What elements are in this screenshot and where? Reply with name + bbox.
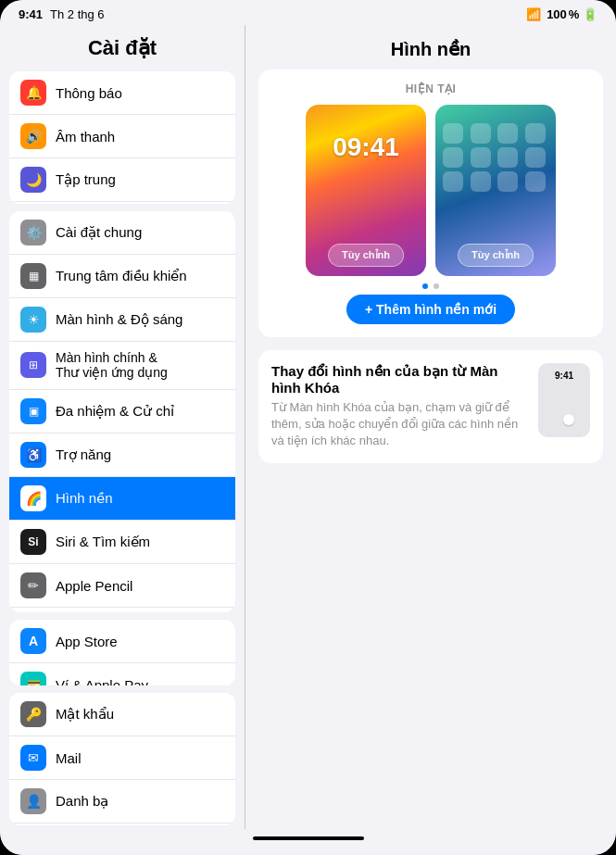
sidebar-group-4: 🔑 Mật khẩu ✉ Mail 👤 Danh bạ xyxy=(9,693,235,825)
sidebar-item-tap-trung[interactable]: 🌙 Tập trung xyxy=(9,158,235,202)
status-day: Th 2 thg 6 xyxy=(50,7,105,21)
dot-1 xyxy=(422,283,428,289)
siri-label: Siri & Tìm kiếm xyxy=(56,534,150,550)
tro-nang-icon: ♿ xyxy=(20,442,46,468)
sidebar: Cài đặt 🔔 Thông báo 🔊 Âm thanh xyxy=(0,25,245,829)
main-panel-title: Hình nền xyxy=(245,25,616,69)
da-nhiem-icon: ▣ xyxy=(20,398,46,424)
thong-bao-label: Thông báo xyxy=(56,85,122,101)
main-panel: Hình nền HIỆN TẠI 09:41 Tùy chỉnh xyxy=(245,25,616,829)
device-frame: 9:41 Th 2 thg 6 📶 100% 🔋 Cài đặt 🔔 xyxy=(0,0,616,855)
info-thumbnail: 9:41 xyxy=(538,363,590,437)
sidebar-item-apple-pencil[interactable]: ✏ Apple Pencil xyxy=(9,564,235,608)
info-desc: Từ Màn hình Khóa của bạn, chạm và giữ để… xyxy=(271,399,527,450)
sidebar-item-touch-id[interactable]: 👆 Touch ID & Mật mã xyxy=(9,608,235,612)
info-section: Thay đổi hình nền của bạn từ Màn hình Kh… xyxy=(258,350,603,463)
mat-khau-label: Mật khẩu xyxy=(56,706,114,723)
thong-bao-icon: 🔔 xyxy=(20,80,46,106)
man-hinh-chinh-icon: ⊞ xyxy=(20,352,46,378)
home-icon-4 xyxy=(525,123,546,144)
thumb-time: 9:41 xyxy=(538,363,590,381)
am-thanh-label: Âm thanh xyxy=(56,129,115,145)
status-time: 9:41 xyxy=(19,7,43,21)
homescreen-bg: Tùy chỉnh xyxy=(435,105,556,276)
sidebar-item-am-thanh[interactable]: 🔊 Âm thanh xyxy=(9,115,235,158)
sidebar-group-2: ⚙️ Cài đặt chung ▦ Trung tâm điều khiển … xyxy=(9,211,235,613)
sidebar-item-da-nhiem[interactable]: ▣ Đa nhiệm & Cử chỉ xyxy=(9,390,235,434)
danh-ba-label: Danh bạ xyxy=(56,793,108,810)
sidebar-group-1: 🔔 Thông báo 🔊 Âm thanh 🌙 Tập trung xyxy=(9,71,235,204)
sidebar-item-thong-bao[interactable]: 🔔 Thông báo xyxy=(9,71,235,115)
apple-pencil-icon: ✏ xyxy=(20,572,46,598)
danh-ba-icon: 👤 xyxy=(20,788,46,814)
trung-tam-label: Trung tâm điều khiển xyxy=(56,268,187,284)
home-icon-8 xyxy=(525,147,546,168)
sidebar-item-app-store[interactable]: A App Store xyxy=(9,620,235,663)
sidebar-item-man-hinh-chinh[interactable]: ⊞ Màn hình chính &Thư viện ứng dụng xyxy=(9,342,235,391)
sidebar-title: Cài đặt xyxy=(0,25,245,68)
siri-icon: Si xyxy=(20,529,46,555)
content-area: Cài đặt 🔔 Thông báo 🔊 Âm thanh xyxy=(0,25,616,829)
home-icon-9 xyxy=(443,171,463,192)
home-icon-7 xyxy=(497,147,518,168)
tap-trung-label: Tập trung xyxy=(56,171,116,188)
home-icon-12 xyxy=(525,171,546,192)
am-thanh-icon: 🔊 xyxy=(20,123,46,149)
thumb-toggle xyxy=(553,413,575,426)
home-icon-11 xyxy=(497,171,518,192)
wifi-icon: 📶 xyxy=(526,7,541,21)
battery-percent: 100 xyxy=(547,7,567,21)
battery-icon: 100% 🔋 xyxy=(547,7,597,21)
lockscreen-customize-btn[interactable]: Tùy chỉnh xyxy=(328,244,404,267)
man-hinh-chinh-label: Màn hình chính &Thư viện ứng dụng xyxy=(56,350,168,382)
sidebar-group-3: A App Store 💳 Ví & Apple Pay xyxy=(9,620,235,685)
wallpaper-section: HIỆN TẠI 09:41 Tùy chỉnh xyxy=(258,69,603,337)
lockscreen-wallpaper[interactable]: 09:41 Tùy chỉnh xyxy=(306,105,426,276)
cai-dat-icon: ⚙️ xyxy=(20,220,46,245)
sidebar-item-siri[interactable]: Si Siri & Tìm kiếm xyxy=(9,521,235,564)
thumb-toggle-inner xyxy=(563,414,574,425)
home-indicator xyxy=(253,836,364,840)
wallpaper-previews: 09:41 Tùy chỉnh xyxy=(271,105,590,276)
sidebar-item-cai-dat-chung[interactable]: ⚙️ Cài đặt chung xyxy=(9,211,235,255)
status-right: 📶 100% 🔋 xyxy=(526,7,597,21)
dots-indicator xyxy=(271,283,590,289)
status-bar: 9:41 Th 2 thg 6 📶 100% 🔋 xyxy=(0,0,616,25)
sidebar-item-hinh-nen[interactable]: 🌈 Hình nền xyxy=(9,477,235,521)
sidebar-item-mail[interactable]: ✉ Mail xyxy=(9,736,235,780)
home-screen-icons xyxy=(443,123,548,192)
sidebar-item-tro-nang[interactable]: ♿ Trợ năng xyxy=(9,434,235,477)
apple-pencil-label: Apple Pencil xyxy=(56,578,132,594)
trung-tam-icon: ▦ xyxy=(20,263,46,289)
lockscreen-time: 09:41 xyxy=(333,132,399,162)
home-icon-6 xyxy=(471,147,491,168)
home-icon-5 xyxy=(443,147,463,168)
home-icon-1 xyxy=(443,123,463,144)
cai-dat-label: Cài đặt chung xyxy=(56,224,142,241)
hinh-nen-label: Hình nền xyxy=(56,490,113,507)
sidebar-item-danh-ba[interactable]: 👤 Danh bạ xyxy=(9,780,235,824)
hinh-nen-icon: 🌈 xyxy=(20,485,46,511)
homescreen-wallpaper[interactable]: Tùy chỉnh xyxy=(435,105,556,276)
sidebar-item-trung-tam[interactable]: ▦ Trung tâm điều khiển xyxy=(9,255,235,298)
vi-apple-pay-icon: 💳 xyxy=(20,672,46,685)
sidebar-item-mat-khau[interactable]: 🔑 Mật khẩu xyxy=(9,693,235,736)
sidebar-item-man-hinh[interactable]: ☀ Màn hình & Độ sáng xyxy=(9,298,235,342)
add-wallpaper-button[interactable]: + Thêm hình nền mới xyxy=(346,295,515,324)
info-title: Thay đổi hình nền của bạn từ Màn hình Kh… xyxy=(271,363,527,396)
info-text: Thay đổi hình nền của bạn từ Màn hình Kh… xyxy=(271,363,527,450)
sidebar-item-thoi-gian[interactable]: ⏱ Thời gian sử dụng xyxy=(9,202,235,204)
section-label: HIỆN TẠI xyxy=(271,82,590,95)
tro-nang-label: Trợ năng xyxy=(56,446,111,463)
man-hinh-icon: ☀ xyxy=(20,307,46,333)
man-hinh-label: Màn hình & Độ sáng xyxy=(56,311,182,328)
dot-2 xyxy=(434,283,439,289)
mat-khau-icon: 🔑 xyxy=(20,701,46,727)
homescreen-customize-btn[interactable]: Tùy chỉnh xyxy=(458,244,534,267)
mail-icon: ✉ xyxy=(20,745,46,771)
sidebar-item-lich[interactable]: 📅 Lịch xyxy=(9,824,235,825)
sidebar-item-vi-apple-pay[interactable]: 💳 Ví & Apple Pay xyxy=(9,663,235,685)
home-icon-10 xyxy=(471,171,491,192)
tap-trung-icon: 🌙 xyxy=(20,167,46,193)
status-left: 9:41 Th 2 thg 6 xyxy=(19,7,105,21)
